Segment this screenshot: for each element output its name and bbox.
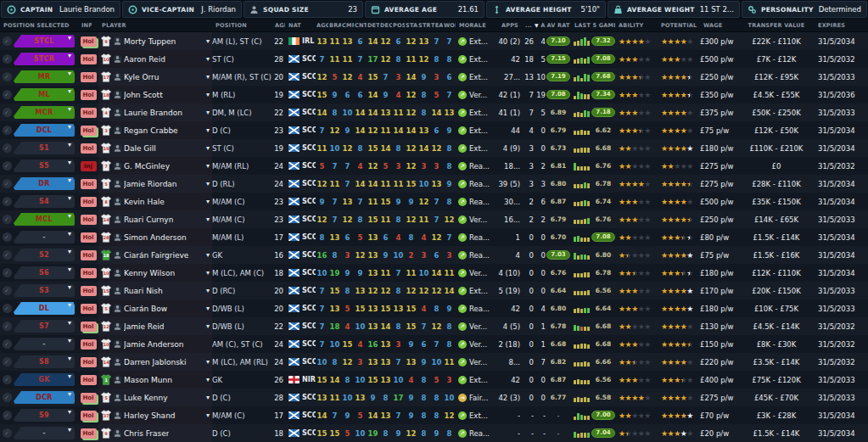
position-selected-dropdown[interactable]: DL ▾: [14, 302, 75, 315]
position-selected-dropdown[interactable]: DCL ▾: [14, 124, 75, 137]
position-selected-dropdown[interactable]: MCR ▾: [14, 106, 75, 119]
player-row[interactable]: ✓ S8 ▾ Hol 14 Darren Jablonski▾ M (LC), …: [0, 353, 868, 371]
info-badge-hol[interactable]: Hol: [81, 411, 97, 421]
player-row[interactable]: ✓ S1 ▾ Hol 19 Dale Gill▾ ST (C) 19 SCO 1…: [0, 139, 868, 157]
chevron-down-icon[interactable]: ▾: [206, 180, 212, 187]
column-header-det[interactable]: DET: [367, 22, 379, 29]
player-name[interactable]: Ruari Curnyn: [124, 215, 173, 224]
player-row[interactable]: ✓ - ▾ Hol 28 Simon Anderson M/AM (L) 17 …: [0, 228, 868, 246]
info-badge-hol[interactable]: Hol: [81, 197, 97, 207]
column-header-apps[interactable]: APPS: [495, 22, 520, 29]
column-header-expires[interactable]: EXPIRES: [815, 22, 868, 29]
player-row[interactable]: ✓ GK ▾ Hol 1 Mason Munn▾ GK 26 NIR 15148…: [0, 371, 868, 389]
chevron-down-icon[interactable]: ▾: [206, 269, 212, 277]
player-row[interactable]: ✓ STCR ▾ Hol 10 Aaron Reid▾ ST (C) 28 SC…: [0, 50, 868, 68]
column-header-sta[interactable]: STA: [405, 22, 417, 29]
chevron-down-icon[interactable]: ▾: [206, 37, 212, 45]
position-selected-dropdown[interactable]: S4 ▾: [14, 195, 75, 208]
info-badge-hol[interactable]: Hol: [81, 126, 97, 136]
player-name[interactable]: Ciarán Bow: [124, 305, 167, 313]
player-row[interactable]: ✓ MCR ▾ Hol 4 Laurie Brandon▾ DM, M (LC)…: [0, 104, 868, 121]
position-selected-dropdown[interactable]: - ▾: [14, 338, 75, 350]
player-row[interactable]: ✓ S5 ▾ Inj 7 G. McGinley▾ M/AM (RL) 24 S…: [0, 157, 868, 175]
column-header-cnt[interactable]: CNT: [354, 22, 367, 29]
chevron-down-icon[interactable]: ▾: [206, 376, 212, 383]
chevron-down-icon[interactable]: ▾: [206, 198, 212, 205]
position-selected-dropdown[interactable]: S6 ▾: [14, 266, 75, 279]
column-header-av-rat[interactable]: AV RAT: [546, 22, 571, 29]
player-row[interactable]: ✓ - ▾ Hol 9 Chris Fraser D (C) 18 SCO 15…: [0, 424, 868, 442]
chevron-down-icon[interactable]: ▾: [206, 91, 212, 98]
info-badge-hol[interactable]: Hol: [81, 322, 97, 332]
player-name[interactable]: Mason Munn: [124, 376, 172, 384]
column-header-dec[interactable]: DEC: [379, 22, 392, 29]
column-header-potential[interactable]: POTENTIAL: [658, 22, 700, 29]
info-badge-hol[interactable]: Hol: [81, 232, 97, 243]
chevron-down-icon[interactable]: ▾: [206, 55, 212, 63]
player-row[interactable]: ✓ MR ▾ Hol 17 Kyle Orru▾ M/AM (R), ST (C…: [0, 68, 868, 86]
player-name[interactable]: Kenny Wilson: [124, 269, 175, 277]
player-row[interactable]: ✓ MCL ▾ Hol 14 Ruari Curnyn▾ M/AM (C) 23…: [0, 210, 868, 228]
player-row[interactable]: ✓ S3 ▾ Hol 15 Ruari Nish▾ D (RC) 20 SCO …: [0, 282, 868, 299]
player-name[interactable]: Simon Anderson: [124, 233, 187, 242]
player-name[interactable]: Jamie Reid: [124, 322, 164, 331]
position-selected-dropdown[interactable]: STCR ▾: [14, 53, 75, 65]
column-header-str[interactable]: STR: [417, 22, 430, 29]
chevron-down-icon[interactable]: ▾: [206, 251, 212, 259]
info-badge-hol[interactable]: Hol: [81, 179, 97, 189]
summary-vice-captain[interactable]: VICE-CAPTAIN J. Riordan: [122, 1, 242, 18]
player-row[interactable]: ✓ DR ▾ Hol 5 Jamie Riordan▾ D (RL) 24 SC…: [0, 175, 868, 193]
chevron-down-icon[interactable]: ▾: [206, 73, 212, 81]
player-name[interactable]: Darren Jablonski: [124, 358, 187, 366]
chevron-down-icon[interactable]: ▾: [206, 215, 212, 223]
chevron-down-icon[interactable]: ▾: [206, 287, 212, 294]
chevron-down-icon[interactable]: ▾: [206, 358, 212, 366]
player-name[interactable]: Morty Tuppen: [124, 37, 176, 46]
player-row[interactable]: ✓ S6 ▾ Hol 10 Kenny Wilson▾ M (LC), AM (…: [0, 264, 868, 282]
column-header-pos[interactable]: POS: [392, 22, 405, 29]
info-badge-hol[interactable]: Hol: [81, 375, 97, 385]
player-row[interactable]: ✓ ML ▾ Hol 18 John Scott▾ M (RL) 19 SCO …: [0, 86, 868, 104]
player-name[interactable]: Regan Crabbe: [124, 126, 178, 135]
position-selected-dropdown[interactable]: - ▾: [14, 231, 75, 243]
summary-personality[interactable]: PERSONALITY Determined: [742, 1, 867, 18]
player-name[interactable]: Luke Kenny: [124, 394, 168, 402]
info-badge-hol[interactable]: Hol: [81, 250, 97, 260]
info-badge-hol[interactable]: Hol: [81, 90, 97, 100]
position-selected-dropdown[interactable]: - ▾: [14, 427, 75, 439]
summary-average-age[interactable]: AVERAGE AGE 21.61: [365, 1, 484, 18]
position-selected-dropdown[interactable]: ML ▾: [14, 88, 75, 101]
player-row[interactable]: ✓ DCL ▾ Hol 3 Regan Crabbe▾ D (C) 23 SCO…: [0, 121, 868, 139]
player-row[interactable]: ✓ S2 ▾ Hol 18 Ciarán Fairgrieve▾ GK 16 S…: [0, 246, 868, 264]
player-name[interactable]: Laurie Brandon: [124, 109, 182, 117]
player-row[interactable]: ✓ DL ▾ Hol 5 Ciarán Bow▾ D/WB (L) 20 SCO…: [0, 299, 868, 317]
player-row[interactable]: ✓ - ▾ Hol 10 Jamie Anderson AM (C), ST (…: [0, 335, 868, 353]
player-name[interactable]: John Scott: [124, 91, 163, 99]
info-badge-hol[interactable]: Hol: [81, 286, 97, 296]
summary-captain[interactable]: CAPTAIN Laurie Brandon: [1, 1, 120, 18]
column-header--[interactable]: ...: [520, 22, 534, 29]
position-selected-dropdown[interactable]: S9 ▾: [14, 409, 75, 422]
chevron-down-icon[interactable]: ▾: [206, 126, 212, 134]
info-badge-hol[interactable]: Hol: [81, 304, 97, 314]
column-header-transfer-value[interactable]: TRANSFER VALUE: [738, 22, 815, 29]
info-badge-hol[interactable]: Hol: [81, 357, 97, 367]
column-header-wor[interactable]: WOR: [443, 22, 456, 29]
column-header-cmp[interactable]: CMP: [341, 22, 354, 29]
column-header-nat[interactable]: NAT: [285, 22, 316, 29]
chevron-down-icon[interactable]: ▾: [206, 322, 212, 330]
player-row[interactable]: ✓ DCR ▾ Hol 5 Luke Kenny▾ D (C) 28 SCO 1…: [0, 389, 868, 406]
chevron-down-icon[interactable]: ▾: [206, 162, 212, 170]
player-name[interactable]: Kevin Hale: [124, 198, 165, 206]
position-selected-dropdown[interactable]: MCL ▾: [14, 213, 75, 226]
position-selected-dropdown[interactable]: DR ▾: [14, 177, 75, 190]
player-name[interactable]: Jamie Anderson: [124, 340, 184, 349]
column-header-tea[interactable]: TEA: [430, 22, 443, 29]
position-selected-dropdown[interactable]: MR ▾: [14, 70, 75, 83]
chevron-down-icon[interactable]: ▾: [206, 394, 212, 401]
player-row[interactable]: ✓ STCL ▾ Hol 9 Morty Tuppen▾ AM (L), ST …: [0, 32, 868, 50]
player-row[interactable]: ✓ S9 ▾ Hol 37 Harley Shand▾ M/AM (C) 17 …: [0, 406, 868, 424]
info-badge-inj[interactable]: Inj: [81, 161, 97, 171]
info-badge-hol[interactable]: Hol: [81, 268, 97, 278]
summary-average-height[interactable]: AVERAGE HEIGHT 5'10": [486, 1, 606, 18]
